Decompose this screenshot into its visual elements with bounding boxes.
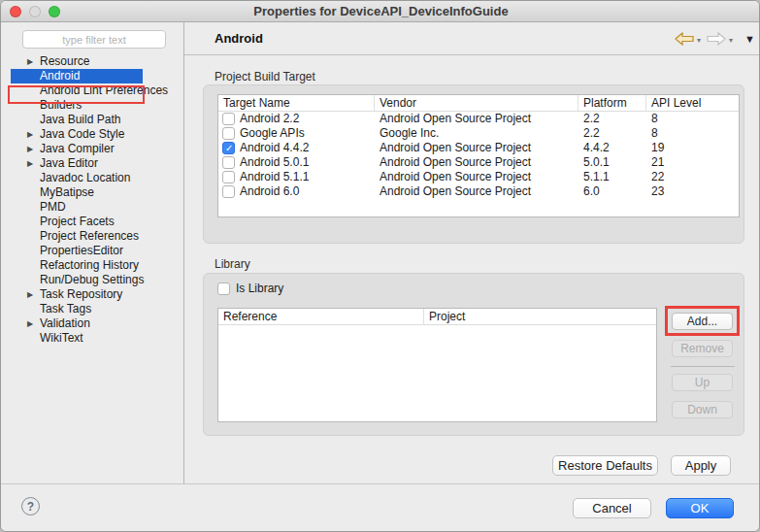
sidebar-item-validation[interactable]: ▶Validation xyxy=(1,316,182,331)
library-table[interactable]: Reference Project xyxy=(217,308,657,422)
back-dropdown-icon[interactable]: ▾ xyxy=(697,36,701,45)
column-header-api-level[interactable]: API Level xyxy=(646,95,739,111)
section-label-project-build-target: Project Build Target xyxy=(215,70,315,83)
forward-icon[interactable] xyxy=(707,32,726,46)
sidebar-item-builders[interactable]: Builders xyxy=(1,98,182,113)
sidebar-item-label: Builders xyxy=(40,98,82,112)
sidebar-item-mybatipse[interactable]: MyBatipse xyxy=(1,185,182,200)
column-header-vendor[interactable]: Vendor xyxy=(375,95,578,111)
target-name: Android 2.2 xyxy=(240,112,299,126)
sidebar-tree: ▶ResourceAndroidAndroid Lint Preferences… xyxy=(1,54,182,346)
vendor-cell: Android Open Source Project xyxy=(375,112,578,126)
cancel-button[interactable]: Cancel xyxy=(573,498,651,518)
sidebar-item-project-references[interactable]: Project References xyxy=(1,229,182,244)
sidebar-item-javadoc-location[interactable]: Javadoc Location xyxy=(1,171,182,185)
platform-cell: 5.0.1 xyxy=(578,155,646,170)
build-target-table-header: Target Name Vendor Platform API Level xyxy=(218,95,739,112)
column-header-platform[interactable]: Platform xyxy=(578,95,646,111)
view-menu-icon[interactable]: ▼ xyxy=(744,33,755,45)
target-name-cell: Android 5.1.1 xyxy=(218,170,375,184)
expand-arrow-icon[interactable]: ▶ xyxy=(27,316,33,331)
platform-cell: 5.1.1 xyxy=(578,170,646,184)
sidebar-item-label: Javadoc Location xyxy=(40,171,130,184)
expand-arrow-icon[interactable]: ▶ xyxy=(27,54,33,69)
target-checkbox[interactable] xyxy=(222,171,235,183)
filter-input[interactable] xyxy=(22,30,166,49)
sidebar-item-java-build-path[interactable]: Java Build Path xyxy=(1,113,182,127)
target-checkbox[interactable] xyxy=(222,142,235,154)
forward-dropdown-icon[interactable]: ▾ xyxy=(729,36,733,45)
apply-button[interactable]: Apply xyxy=(671,455,731,476)
back-icon[interactable] xyxy=(675,32,694,46)
library-group: Is Library Reference Project Add...Remov… xyxy=(203,273,744,436)
platform-cell: 2.2 xyxy=(578,112,646,126)
sidebar-item-propertieseditor[interactable]: PropertiesEditor xyxy=(1,244,182,258)
help-button[interactable]: ? xyxy=(21,497,40,515)
traffic-lights xyxy=(10,6,60,17)
vendor-cell: Android Open Source Project xyxy=(375,155,578,170)
add-button[interactable]: Add... xyxy=(672,313,733,330)
close-button[interactable] xyxy=(10,6,21,17)
target-checkbox[interactable] xyxy=(222,127,235,140)
platform-cell: 4.4.2 xyxy=(578,141,646,155)
sidebar-item-java-editor[interactable]: ▶Java Editor xyxy=(1,156,182,171)
header-divider xyxy=(184,54,760,55)
sidebar-item-label: Java Compiler xyxy=(40,142,115,155)
button-separator xyxy=(671,366,735,367)
remove-button[interactable]: Remove xyxy=(672,340,733,357)
sidebar-item-project-facets[interactable]: Project Facets xyxy=(1,215,182,229)
sidebar-item-java-code-style[interactable]: ▶Java Code Style xyxy=(1,127,182,142)
restore-defaults-button[interactable]: Restore Defaults xyxy=(552,455,658,476)
sidebar-item-refactoring-history[interactable]: Refactoring History xyxy=(1,258,182,273)
column-header-reference[interactable]: Reference xyxy=(218,309,424,324)
sidebar-item-android-lint-preferences[interactable]: Android Lint Preferences xyxy=(1,83,182,98)
sidebar-item-label: Project Facets xyxy=(40,215,115,228)
up-button[interactable]: Up xyxy=(672,374,733,391)
expand-arrow-icon[interactable]: ▶ xyxy=(27,127,33,142)
project-build-target-group: Target Name Vendor Platform API Level An… xyxy=(203,84,744,244)
target-checkbox[interactable] xyxy=(222,185,235,198)
minimize-button[interactable] xyxy=(29,6,41,17)
sidebar-item-label: Task Tags xyxy=(40,302,91,316)
build-target-row[interactable]: Android 4.4.2Android Open Source Project… xyxy=(218,141,739,155)
build-target-table-body: Android 2.2Android Open Source Project2.… xyxy=(218,112,739,199)
sidebar-item-android[interactable]: Android xyxy=(1,69,182,83)
is-library-checkbox[interactable] xyxy=(217,283,230,295)
target-checkbox[interactable] xyxy=(222,113,235,125)
build-target-row[interactable]: Android 5.1.1Android Open Source Project… xyxy=(218,170,739,184)
sidebar-item-label: Android xyxy=(40,69,80,83)
build-target-table[interactable]: Target Name Vendor Platform API Level An… xyxy=(217,94,740,217)
build-target-row[interactable]: Android 2.2Android Open Source Project2.… xyxy=(218,112,739,126)
target-checkbox[interactable] xyxy=(222,156,235,169)
build-target-row[interactable]: Android 6.0Android Open Source Project6.… xyxy=(218,184,739,199)
build-target-row[interactable]: Android 5.0.1Android Open Source Project… xyxy=(218,155,739,170)
is-library-row: Is Library xyxy=(217,282,283,295)
expand-arrow-icon[interactable]: ▶ xyxy=(27,287,33,302)
zoom-button[interactable] xyxy=(49,6,60,17)
sidebar-item-resource[interactable]: ▶Resource xyxy=(1,54,182,69)
sidebar-item-run-debug-settings[interactable]: Run/Debug Settings xyxy=(1,273,182,287)
sidebar: ▶ResourceAndroidAndroid Lint Preferences… xyxy=(1,22,183,483)
sidebar-item-label: WikiText xyxy=(40,331,83,345)
build-target-row[interactable]: Google APIsGoogle Inc.2.28 xyxy=(218,126,739,141)
sidebar-item-java-compiler[interactable]: ▶Java Compiler xyxy=(1,142,182,156)
sidebar-item-pmd[interactable]: PMD xyxy=(1,200,182,215)
page-title: Android xyxy=(215,31,263,46)
sidebar-item-task-tags[interactable]: Task Tags xyxy=(1,302,182,316)
expand-arrow-icon[interactable]: ▶ xyxy=(27,156,33,171)
ok-button[interactable]: OK xyxy=(666,498,734,518)
down-button[interactable]: Down xyxy=(672,401,733,418)
expand-arrow-icon[interactable]: ▶ xyxy=(27,142,33,156)
sidebar-item-label: PropertiesEditor xyxy=(40,244,123,257)
platform-cell: 2.2 xyxy=(578,126,646,141)
sidebar-item-wikitext[interactable]: WikiText xyxy=(1,331,182,346)
sidebar-item-label: Run/Debug Settings xyxy=(40,273,144,286)
column-header-project[interactable]: Project xyxy=(424,309,656,324)
is-library-label: Is Library xyxy=(236,282,283,295)
target-name: Android 5.1.1 xyxy=(240,170,309,184)
titlebar[interactable]: Properties for DeviceAPI_DeviceInfoGuide xyxy=(1,1,760,22)
sidebar-item-task-repository[interactable]: ▶Task Repository xyxy=(1,287,182,302)
column-header-target-name[interactable]: Target Name xyxy=(218,95,375,111)
target-name-cell: Android 4.4.2 xyxy=(218,141,375,155)
vendor-cell: Android Open Source Project xyxy=(375,170,578,184)
